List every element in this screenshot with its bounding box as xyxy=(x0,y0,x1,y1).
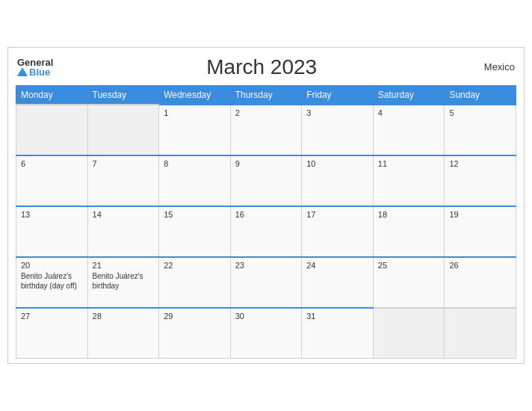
calendar-cell: 13 xyxy=(16,206,88,257)
day-number: 28 xyxy=(93,312,155,321)
calendar-table: MondayTuesdayWednesdayThursdayFridaySatu… xyxy=(16,85,516,359)
calendar-cell: 12 xyxy=(445,155,516,206)
day-number: 21 xyxy=(93,261,155,270)
day-number: 10 xyxy=(306,159,368,168)
calendar-cell: 2 xyxy=(230,105,302,155)
calendar-cell: 10 xyxy=(302,155,374,206)
day-number: 5 xyxy=(449,108,511,117)
weekday-header: Saturday xyxy=(373,85,445,105)
calendar-week-row: 12345 xyxy=(16,105,516,155)
day-number: 27 xyxy=(21,312,83,321)
calendar-cell xyxy=(445,308,516,359)
calendar-container: General Blue March 2023 Mexico MondayTue… xyxy=(7,47,525,365)
calendar-header-row: MondayTuesdayWednesdayThursdayFridaySatu… xyxy=(16,85,516,105)
calendar-week-row: 2728293031 xyxy=(16,308,516,359)
day-number: 17 xyxy=(306,210,368,219)
logo-triangle-icon xyxy=(17,67,28,76)
day-number: 13 xyxy=(21,210,83,219)
calendar-cell: 25 xyxy=(373,257,445,308)
calendar-cell: 30 xyxy=(230,308,302,359)
calendar-cell: 8 xyxy=(159,155,231,206)
day-number: 4 xyxy=(378,108,440,117)
calendar-cell: 7 xyxy=(87,155,159,206)
day-number: 14 xyxy=(93,210,155,219)
calendar-cell: 14 xyxy=(87,206,159,257)
day-number: 3 xyxy=(306,108,368,117)
calendar-cell xyxy=(16,105,88,155)
day-number: 8 xyxy=(164,159,226,168)
day-number: 18 xyxy=(378,210,440,219)
day-number: 25 xyxy=(378,261,440,270)
day-number: 6 xyxy=(21,159,83,168)
weekday-header: Thursday xyxy=(230,85,302,105)
day-number: 1 xyxy=(164,108,226,117)
day-number: 29 xyxy=(164,312,226,321)
day-number: 7 xyxy=(93,159,155,168)
day-number: 26 xyxy=(449,261,511,270)
calendar-cell: 20Benito Juárez's birthday (day off) xyxy=(16,257,88,308)
country-label: Mexico xyxy=(470,61,515,72)
calendar-title: March 2023 xyxy=(53,55,470,79)
day-number: 31 xyxy=(306,312,368,321)
calendar-cell: 23 xyxy=(230,257,302,308)
calendar-cell: 18 xyxy=(373,206,445,257)
calendar-cell: 6 xyxy=(16,155,88,206)
calendar-cell: 15 xyxy=(159,206,231,257)
logo-blue-text: Blue xyxy=(17,67,53,77)
calendar-cell: 27 xyxy=(16,308,88,359)
weekday-header: Monday xyxy=(16,85,88,105)
calendar-week-row: 13141516171819 xyxy=(16,206,516,257)
day-number: 20 xyxy=(21,261,83,270)
day-number: 2 xyxy=(235,108,297,117)
calendar-cell: 22 xyxy=(159,257,231,308)
calendar-cell: 16 xyxy=(230,206,302,257)
calendar-cell: 28 xyxy=(87,308,159,359)
calendar-cell: 1 xyxy=(159,105,231,155)
calendar-cell: 3 xyxy=(302,105,374,155)
day-number: 11 xyxy=(378,159,440,168)
day-number: 30 xyxy=(235,312,297,321)
calendar-week-row: 6789101112 xyxy=(16,155,516,206)
weekday-header: Friday xyxy=(302,85,374,105)
calendar-week-row: 20Benito Juárez's birthday (day off)21Be… xyxy=(16,257,516,308)
day-number: 22 xyxy=(164,261,226,270)
calendar-cell: 9 xyxy=(230,155,302,206)
event-text: Benito Juárez's birthday xyxy=(93,272,143,290)
calendar-cell: 5 xyxy=(445,105,516,155)
calendar-cell: 21Benito Juárez's birthday xyxy=(87,257,159,308)
calendar-cell xyxy=(87,105,159,155)
logo: General Blue xyxy=(17,58,53,77)
calendar-cell: 31 xyxy=(302,308,374,359)
day-number: 15 xyxy=(164,210,226,219)
event-text: Benito Juárez's birthday (day off) xyxy=(21,272,77,290)
calendar-header: General Blue March 2023 Mexico xyxy=(16,55,516,79)
day-number: 9 xyxy=(235,159,297,168)
weekday-header: Sunday xyxy=(445,85,516,105)
calendar-cell: 24 xyxy=(302,257,374,308)
day-number: 23 xyxy=(235,261,297,270)
calendar-cell: 11 xyxy=(373,155,445,206)
day-number: 24 xyxy=(306,261,368,270)
weekday-header: Wednesday xyxy=(159,85,231,105)
calendar-cell: 26 xyxy=(445,257,516,308)
calendar-cell: 17 xyxy=(302,206,374,257)
day-number: 12 xyxy=(449,159,511,168)
day-number: 16 xyxy=(235,210,297,219)
calendar-cell: 4 xyxy=(373,105,445,155)
logo-general-text: General xyxy=(17,58,53,67)
calendar-cell xyxy=(373,308,445,359)
calendar-cell: 29 xyxy=(159,308,231,359)
day-number: 19 xyxy=(449,210,511,219)
calendar-cell: 19 xyxy=(445,206,516,257)
weekday-header: Tuesday xyxy=(87,85,159,105)
